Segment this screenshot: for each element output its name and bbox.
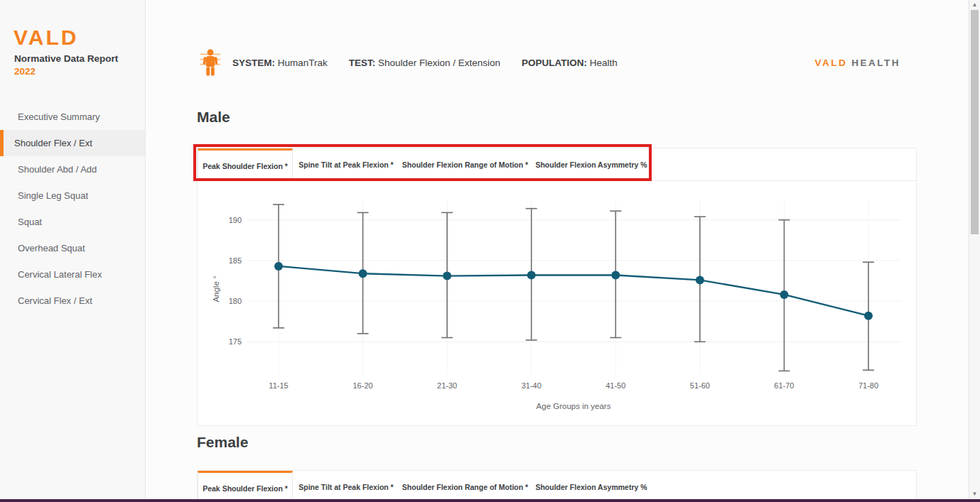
svg-text:31-40: 31-40 (522, 381, 542, 390)
tab-spine-tilt-at-peak-flexion[interactable]: Spine Tilt at Peak Flexion * (293, 471, 399, 502)
report-title: Normative Data Report (14, 53, 118, 64)
report-year: 2022 (14, 66, 36, 77)
svg-text:185: 185 (229, 256, 242, 265)
system-field: SYSTEM: HumanTrak (232, 58, 328, 68)
female-section-title: Female (197, 434, 248, 451)
svg-text:16-20: 16-20 (353, 381, 373, 390)
sidebar-item-shoulder-abd-add[interactable]: Shoulder Abd / Add (0, 156, 145, 182)
sidebar-item-executive-summary[interactable]: Executive Summary (0, 104, 145, 130)
svg-text:51-60: 51-60 (690, 381, 710, 390)
svg-text:175: 175 (229, 337, 242, 346)
male-section-title: Male (197, 109, 230, 126)
svg-text:Angle °: Angle ° (212, 275, 220, 302)
system-label: SYSTEM: (232, 58, 275, 68)
sidebar: VALD Normative Data Report 2022 Executiv… (0, 0, 146, 502)
sidebar-item-single-leg-squat[interactable]: Single Leg Squat (0, 182, 145, 209)
vald-health-logo-vald: VALD (815, 58, 848, 68)
tab-spine-tilt-at-peak-flexion[interactable]: Spine Tilt at Peak Flexion * (293, 148, 399, 181)
female-chart-card: Peak Shoulder Flexion *Spine Tilt at Pea… (197, 470, 917, 502)
scroll-down-icon[interactable]: ▼ (969, 489, 980, 499)
tab-shoulder-flexion-range-of-motion[interactable]: Shoulder Flexion Range of Motion * (399, 471, 531, 502)
test-label: TEST: (349, 58, 376, 68)
sidebar-item-squat[interactable]: Squat (0, 209, 145, 235)
male-chart-card: Peak Shoulder Flexion *Spine Tilt at Pea… (197, 148, 917, 426)
svg-text:41-50: 41-50 (605, 381, 625, 390)
sidebar-item-overhead-squat[interactable]: Overhead Squat (0, 235, 145, 261)
tab-shoulder-flexion-asymmetry[interactable]: Shoulder Flexion Asymmetry % (531, 471, 652, 502)
male-chart: 17518018519011-1516-2021-3031-4041-5051-… (198, 181, 916, 426)
sidebar-item-cervical-flex-ext[interactable]: Cervical Flex / Ext (0, 288, 145, 314)
system-value: HumanTrak (278, 58, 328, 68)
tab-peak-shoulder-flexion[interactable]: Peak Shoulder Flexion * (198, 148, 293, 181)
vertical-scrollbar[interactable]: ▲ ▼ (969, 0, 980, 502)
tab-peak-shoulder-flexion[interactable]: Peak Shoulder Flexion * (198, 471, 293, 502)
svg-text:190: 190 (229, 216, 242, 224)
sidebar-item-label: Cervical Flex / Ext (18, 295, 92, 306)
svg-text:11-15: 11-15 (269, 381, 288, 390)
test-field: TEST: Shoulder Flexion / Extension (349, 58, 500, 68)
svg-text:71-80: 71-80 (858, 381, 878, 390)
sidebar-item-label: Overhead Squat (18, 243, 85, 253)
scrollbar-thumb[interactable] (971, 10, 979, 234)
male-tab-bar: Peak Shoulder Flexion *Spine Tilt at Pea… (198, 148, 916, 181)
scroll-up-icon[interactable]: ▲ (969, 0, 980, 10)
humantrak-person-icon (199, 47, 222, 78)
sidebar-item-label: Executive Summary (18, 111, 100, 122)
report-parameters: SYSTEM: HumanTrak TEST: Shoulder Flexion… (232, 58, 618, 68)
sidebar-nav: Executive SummaryShoulder Flex / ExtShou… (0, 104, 145, 314)
population-value: Health (590, 58, 618, 68)
svg-text:Age Groups in years: Age Groups in years (537, 402, 611, 410)
tab-shoulder-flexion-range-of-motion[interactable]: Shoulder Flexion Range of Motion * (399, 148, 531, 181)
vald-health-logo: VALDHEALTH (815, 58, 901, 68)
sidebar-item-label: Squat (18, 217, 42, 227)
window-bottom-edge (0, 499, 980, 502)
svg-text:21-30: 21-30 (437, 381, 457, 390)
sidebar-item-label: Single Leg Squat (18, 190, 88, 201)
female-tab-bar: Peak Shoulder Flexion *Spine Tilt at Pea… (198, 471, 916, 502)
svg-text:61-70: 61-70 (774, 381, 794, 390)
sidebar-item-label: Shoulder Abd / Add (18, 164, 97, 175)
tab-shoulder-flexion-asymmetry[interactable]: Shoulder Flexion Asymmetry % (531, 148, 652, 181)
test-value: Shoulder Flexion / Extension (378, 58, 500, 68)
sidebar-item-label: Cervical Lateral Flex (18, 269, 102, 280)
vald-health-logo-health: HEALTH (851, 58, 900, 68)
vald-logo: VALD (14, 26, 78, 50)
sidebar-item-label: Shoulder Flex / Ext (14, 138, 92, 148)
main-content: SYSTEM: HumanTrak TEST: Shoulder Flexion… (146, 0, 969, 502)
population-label: POPULATION: (522, 58, 587, 68)
population-field: POPULATION: Health (522, 58, 618, 68)
svg-text:180: 180 (229, 297, 242, 305)
male-peak-shoulder-flexion-chart: 17518018519011-1516-2021-3031-4041-5051-… (198, 181, 916, 426)
sidebar-item-shoulder-flex-ext[interactable]: Shoulder Flex / Ext (0, 130, 145, 156)
sidebar-item-cervical-lateral-flex[interactable]: Cervical Lateral Flex (0, 261, 145, 288)
